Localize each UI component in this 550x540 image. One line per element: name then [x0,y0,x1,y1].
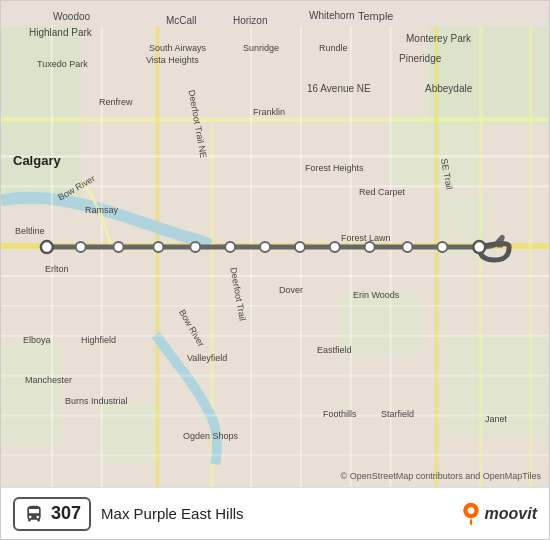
svg-point-30 [41,241,53,253]
svg-rect-28 [350,26,352,514]
svg-point-37 [295,242,305,252]
bottom-bar: 307 Max Purple East Hills moovit [1,487,549,539]
svg-rect-15 [529,26,532,514]
svg-rect-14 [479,26,482,514]
svg-rect-26 [250,26,252,514]
svg-rect-20 [1,335,549,337]
app: Temple Whitehorn Horizon McCall Woodoo H… [0,0,550,540]
svg-point-35 [225,242,235,252]
svg-rect-11 [155,26,159,514]
svg-rect-1 [1,26,81,205]
route-badge: 307 [13,497,91,531]
moovit-logo: moovit [461,502,537,526]
svg-rect-29 [390,26,392,514]
svg-point-33 [153,242,163,252]
svg-point-40 [403,242,413,252]
svg-rect-21 [1,375,549,377]
svg-rect-23 [1,454,549,456]
moovit-pin-icon [461,502,481,526]
svg-point-34 [190,242,200,252]
svg-point-41 [437,242,447,252]
route-name: Max Purple East Hills [101,505,244,522]
svg-rect-22 [1,414,549,416]
svg-point-36 [260,242,270,252]
route-number: 307 [51,503,81,524]
svg-rect-19 [1,305,549,307]
svg-rect-18 [1,275,549,277]
svg-rect-13 [434,26,438,514]
svg-rect-16 [1,155,549,157]
svg-point-42 [473,241,485,253]
svg-point-44 [467,507,474,514]
map-container: Temple Whitehorn Horizon McCall Woodoo H… [1,1,549,539]
svg-point-32 [114,242,124,252]
svg-point-39 [365,242,375,252]
svg-rect-10 [1,118,549,122]
moovit-text: moovit [485,505,537,523]
bus-icon [23,503,45,525]
svg-rect-27 [300,26,302,514]
svg-rect-25 [101,26,103,514]
svg-point-31 [76,242,86,252]
svg-point-38 [330,242,340,252]
svg-rect-24 [51,26,53,514]
map-attribution: © OpenStreetMap contributors and OpenMap… [341,471,541,481]
svg-rect-6 [449,335,549,435]
